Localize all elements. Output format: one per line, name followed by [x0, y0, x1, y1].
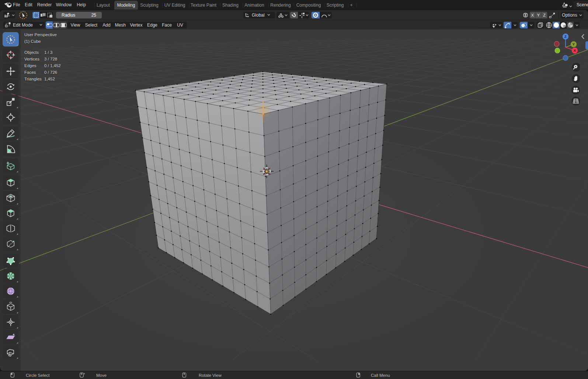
svg-text:Y: Y	[573, 42, 575, 46]
svg-text:X: X	[574, 48, 576, 52]
svg-text:Z: Z	[564, 34, 567, 38]
